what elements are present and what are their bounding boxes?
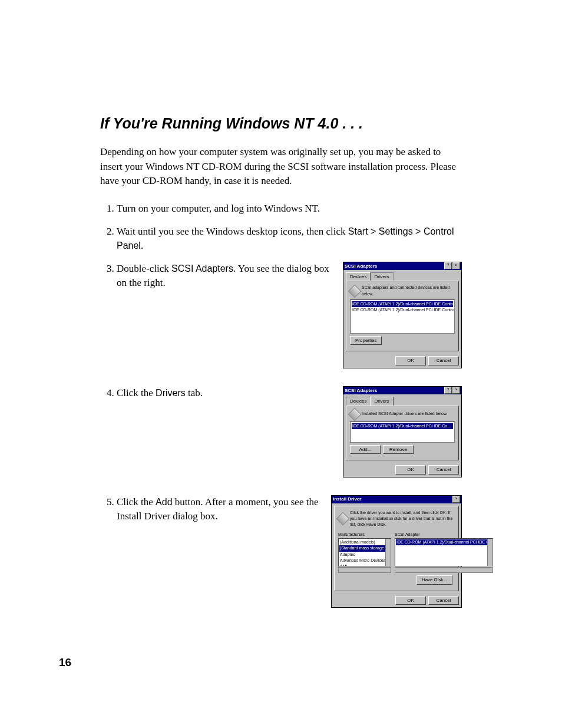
close-icon[interactable]: × (452, 387, 460, 394)
dialog3-title: Install Driver (333, 496, 452, 503)
driver-list[interactable]: IDE CD-ROM (ATAPI 1.2)/Dual-channel PCI … (350, 421, 455, 443)
install-driver-dialog: Install Driver × Click the driver you wa… (331, 495, 462, 608)
step-5-text-a: Click the (117, 496, 156, 508)
driver-status: (Started) (437, 429, 452, 435)
mfr-item[interactable]: (Standard mass storage co (339, 545, 390, 551)
dialog2-description: Installed SCSI Adapter drivers are liste… (362, 411, 448, 417)
cancel-button[interactable]: Cancel (428, 356, 459, 365)
dialog1-description: SCSI adapters and connected devices are … (362, 285, 455, 297)
scsi-icon (348, 407, 362, 421)
step-4: Click the Drivers tab. SCSI Adapters ? ×… (117, 386, 462, 487)
step-1: Turn on your computer, and log into Wind… (117, 202, 462, 216)
driver-name: IDE CD-ROM (ATAPI 1.2)/Dual-channel PCI … (352, 424, 451, 428)
step-4-ui: Drivers (156, 388, 186, 398)
mfr-item[interactable]: AMI (339, 564, 390, 566)
cancel-button[interactable]: Cancel (428, 465, 459, 475)
adapter-item[interactable]: IDE CD-ROM (ATAPI 1.2)/Dual-channel PCI … (396, 539, 492, 545)
device-item-1[interactable]: IDE CD-ROM (ATAPI 1.2)/Dual-channel PCI … (352, 301, 453, 307)
step-3: Double-click SCSI Adapters. You see the … (117, 262, 462, 378)
dialog2-title: SCSI Adapters (345, 387, 444, 394)
step-5-ui: Add (156, 497, 172, 507)
manufacturers-list[interactable]: (Additional models) (Standard mass stora… (338, 538, 391, 566)
ok-button[interactable]: OK (395, 465, 426, 475)
tab-drivers[interactable]: Drivers (370, 272, 393, 281)
scsi-icon (348, 284, 362, 298)
step-2: Wait until you see the Windows desktop i… (117, 225, 462, 253)
tab-drivers[interactable]: Drivers (370, 397, 393, 406)
scrollbar[interactable] (395, 567, 493, 573)
scrollbar[interactable] (487, 539, 492, 566)
section-heading: If You're Running Windows NT 4.0 . . . (100, 115, 462, 132)
close-icon[interactable]: × (452, 262, 460, 269)
step-2-text-c: . (141, 240, 143, 251)
scsi-adapters-dialog-devices: SCSI Adapters ? × Devices Drivers SCSI a… (343, 262, 462, 368)
step-2-text-a: Wait until you see the Windows desktop i… (117, 226, 348, 237)
properties-button[interactable]: Properties (350, 336, 382, 345)
add-button[interactable]: Add... (350, 445, 381, 454)
step-3-text-a: Double-click (117, 263, 171, 274)
mfr-item[interactable]: Advanced Micro Devices ( (339, 558, 390, 564)
tab-devices[interactable]: Devices (346, 272, 371, 281)
adapter-list[interactable]: IDE CD-ROM (ATAPI 1.2)/Dual-channel PCI … (395, 538, 493, 566)
ok-button[interactable]: OK (395, 356, 426, 365)
tab-devices[interactable]: Devices (346, 397, 371, 406)
dialog3-description: Click the driver you want to install, an… (350, 510, 455, 528)
scsi-adapters-dialog-drivers: SCSI Adapters ? × Devices Drivers Instal… (343, 386, 462, 477)
have-disk-button[interactable]: Have Disk... (416, 575, 452, 585)
scrollbar[interactable] (385, 539, 391, 566)
help-icon[interactable]: ? (444, 262, 452, 269)
scrollbar[interactable] (338, 567, 391, 573)
page-number: 16 (59, 656, 71, 669)
intro-paragraph: Depending on how your computer system wa… (100, 145, 462, 189)
help-icon[interactable]: ? (444, 387, 452, 394)
driver-item-1[interactable]: IDE CD-ROM (ATAPI 1.2)/Dual-channel PCI … (352, 423, 453, 429)
dialog1-title: SCSI Adapters (345, 263, 444, 270)
remove-button[interactable]: Remove (383, 445, 414, 454)
scsi-icon (336, 512, 350, 526)
device-item-2[interactable]: IDE CD-ROM (ATAPI 1.2)/Dual-channel PCI … (352, 307, 453, 313)
mfr-item[interactable]: (Additional models) (339, 539, 390, 545)
step-4-text-c: tab. (186, 387, 203, 398)
device-list[interactable]: IDE CD-ROM (ATAPI 1.2)/Dual-channel PCI … (350, 299, 455, 334)
step-3-ui: SCSI Adapters (171, 263, 233, 274)
step-5: Click the Add button. After a moment, yo… (117, 495, 462, 618)
step-4-text-a: Click the (117, 387, 156, 398)
close-icon[interactable]: × (452, 496, 460, 503)
cancel-button[interactable]: Cancel (428, 596, 459, 605)
scsi-adapter-label: SCSI Adapter (395, 532, 493, 538)
mfr-item[interactable]: Adaptec (339, 552, 390, 558)
manufacturers-label: Manufacturers: (338, 532, 391, 538)
ok-button[interactable]: OK (395, 596, 426, 605)
